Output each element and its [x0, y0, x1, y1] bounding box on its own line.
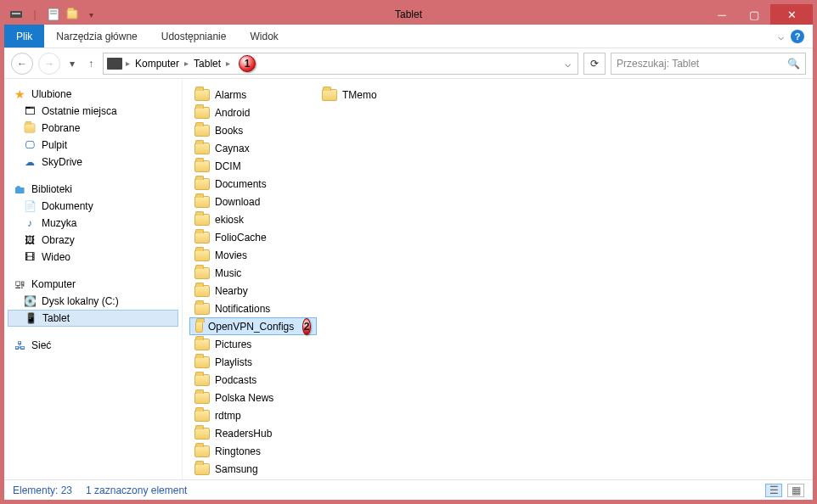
- breadcrumb-computer[interactable]: Komputer: [133, 58, 181, 70]
- view-details-button[interactable]: ☰: [765, 484, 782, 497]
- annotation-2: 2: [302, 318, 311, 335]
- folder-item[interactable]: Ringtones: [189, 442, 317, 460]
- folder-icon: [194, 267, 210, 279]
- folder-item[interactable]: Android: [189, 104, 317, 121]
- minimize-button[interactable]: ─: [706, 4, 738, 25]
- ribbon-expand-icon[interactable]: ⌵: [778, 31, 784, 42]
- breadcrumb-tablet[interactable]: Tablet: [192, 58, 223, 70]
- folder-label: TMemo: [342, 89, 377, 101]
- folder-label: Playlists: [215, 356, 252, 368]
- qat-dropdown-icon[interactable]: ▾: [84, 8, 98, 21]
- folder-icon: [194, 410, 210, 422]
- folder-item[interactable]: Pictures: [189, 335, 317, 353]
- refresh-button[interactable]: ⟳: [583, 53, 606, 75]
- folder-item[interactable]: ReadersHub: [189, 424, 317, 442]
- sidebar-network-root[interactable]: 🖧 Sieć: [8, 337, 178, 354]
- folder-label: Alarms: [215, 89, 246, 101]
- libraries-icon: 🖿: [13, 182, 26, 196]
- folder-item[interactable]: ekiosk: [189, 210, 317, 228]
- folder-item[interactable]: Download: [189, 193, 317, 210]
- folder-icon: [194, 89, 210, 101]
- sidebar-item-music[interactable]: ♪Muzyka: [8, 215, 178, 232]
- address-dropdown-icon[interactable]: ⌵: [561, 58, 574, 70]
- sidebar-item-pictures[interactable]: 🖼Obrazy: [8, 232, 178, 249]
- search-icon: 🔍: [787, 58, 800, 70]
- device-icon: 📱: [24, 311, 37, 325]
- folder-item[interactable]: DCIM: [189, 157, 317, 175]
- chevron-right-icon[interactable]: ▸: [126, 59, 130, 68]
- maximize-button[interactable]: ▢: [738, 4, 770, 25]
- videos-icon: 🎞: [23, 250, 37, 264]
- svg-rect-1: [12, 13, 20, 14]
- sidebar-item-recent[interactable]: 🗔Ostatnie miejsca: [8, 103, 178, 120]
- chevron-right-icon[interactable]: ▸: [226, 59, 230, 68]
- folder-item[interactable]: Polska News: [189, 389, 317, 406]
- svg-rect-3: [50, 10, 57, 12]
- sidebar-item-skydrive[interactable]: ☁SkyDrive: [8, 154, 178, 171]
- view-icons-button[interactable]: ▦: [787, 484, 804, 497]
- folder-item[interactable]: TMemo: [317, 86, 444, 104]
- folder-label: rdtmp: [215, 410, 241, 422]
- divider-icon: |: [28, 8, 42, 21]
- folder-icon: [322, 89, 337, 101]
- folder-item[interactable]: FolioCache: [189, 228, 317, 246]
- help-icon[interactable]: ?: [791, 30, 804, 43]
- status-bar: Elementy: 23 1 zaznaczony element ☰ ▦: [4, 479, 813, 500]
- ribbon: Plik Narzędzia główne Udostępnianie Wido…: [4, 25, 813, 48]
- folder-item[interactable]: Notifications: [189, 300, 317, 317]
- folder-icon: [194, 232, 210, 244]
- folder-item[interactable]: Samsung: [189, 460, 317, 478]
- body: ★ Ulubione 🗔Ostatnie miejsca Pobrane 🖵Pu…: [4, 79, 813, 479]
- tab-file[interactable]: Plik: [4, 25, 44, 48]
- folder-item[interactable]: OpenVPN_Configs2: [189, 317, 317, 335]
- folder-item[interactable]: Playlists: [189, 353, 317, 371]
- folder-item[interactable]: Documents: [189, 175, 317, 193]
- sidebar: ★ Ulubione 🗔Ostatnie miejsca Pobrane 🖵Pu…: [4, 79, 183, 479]
- folder-item[interactable]: Podcasts: [189, 371, 317, 389]
- sidebar-item-videos[interactable]: 🎞Wideo: [8, 249, 178, 266]
- address-bar[interactable]: ▸ Komputer ▸ Tablet ▸ 1 ⌵: [103, 53, 578, 75]
- pictures-icon: 🖼: [23, 233, 37, 247]
- properties-icon[interactable]: [47, 8, 60, 21]
- tab-home[interactable]: Narzędzia główne: [44, 25, 149, 48]
- navbar: ← → ▾ ↑ ▸ Komputer ▸ Tablet ▸ 1 ⌵ ⟳ Prze…: [4, 48, 813, 79]
- sidebar-libraries-root[interactable]: 🖿 Biblioteki: [8, 181, 178, 198]
- folder-item[interactable]: Movies: [189, 246, 317, 264]
- sidebar-computer-root[interactable]: 🖳 Komputer: [8, 276, 178, 293]
- sidebar-item-downloads[interactable]: Pobrane: [8, 120, 178, 137]
- svg-rect-4: [50, 13, 57, 14]
- folder-label: Documents: [215, 178, 267, 190]
- annotation-1: 1: [239, 55, 256, 72]
- folder-label: Samsung: [215, 463, 258, 475]
- up-button[interactable]: ↑: [84, 53, 98, 75]
- folder-item[interactable]: rdtmp: [189, 406, 317, 424]
- forward-button[interactable]: →: [38, 53, 60, 75]
- sidebar-item-tablet[interactable]: 📱Tablet: [8, 310, 178, 327]
- tab-share[interactable]: Udostępnianie: [149, 25, 239, 48]
- folder-item[interactable]: Alarms: [189, 86, 317, 104]
- folder-view[interactable]: AlarmsAndroidBooksCaynaxDCIMDocumentsDow…: [183, 79, 813, 479]
- close-button[interactable]: ✕: [770, 4, 813, 25]
- disk-icon: 💽: [23, 294, 37, 308]
- search-box[interactable]: Przeszukaj: Tablet 🔍: [611, 53, 806, 75]
- folder-label: ReadersHub: [215, 428, 272, 440]
- sidebar-favorites-root[interactable]: ★ Ulubione: [8, 86, 178, 103]
- folder-item[interactable]: Music: [189, 264, 317, 282]
- back-button[interactable]: ←: [11, 53, 33, 75]
- sidebar-item-local-disk[interactable]: 💽Dysk lokalny (C:): [8, 293, 178, 310]
- folder-item[interactable]: Books: [189, 121, 317, 139]
- history-dropdown-icon[interactable]: ▾: [65, 53, 79, 75]
- view-switcher: ☰ ▦: [765, 484, 804, 497]
- new-folder-icon[interactable]: [65, 8, 79, 21]
- folder-icon: [194, 285, 210, 297]
- folder-item[interactable]: Caynax: [189, 139, 317, 157]
- sidebar-item-desktop[interactable]: 🖵Pulpit: [8, 137, 178, 154]
- drive-icon: [107, 58, 122, 70]
- folder-label: Pictures: [215, 339, 251, 350]
- tab-view[interactable]: Widok: [238, 25, 290, 48]
- folder-label: Android: [215, 107, 250, 119]
- folder-item[interactable]: Nearby: [189, 282, 317, 300]
- sidebar-label: Ulubione: [31, 88, 71, 100]
- chevron-right-icon[interactable]: ▸: [184, 59, 189, 68]
- sidebar-item-documents[interactable]: 📄Dokumenty: [8, 198, 178, 215]
